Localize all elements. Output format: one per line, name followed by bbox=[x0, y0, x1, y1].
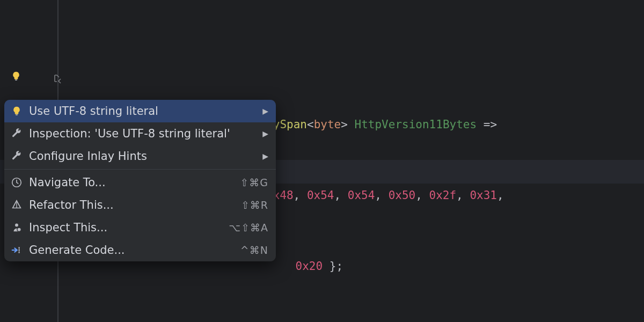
menu-item-inspection[interactable]: Inspection: 'Use UTF-8 string literal' ▶ bbox=[4, 122, 276, 145]
wrench-icon bbox=[11, 150, 23, 162]
keyword: byte bbox=[314, 118, 341, 131]
refactor-icon bbox=[11, 199, 23, 211]
menu-item-configure-inlay-hints[interactable]: Configure Inlay Hints ▶ bbox=[4, 145, 276, 167]
menu-item-use-utf8-literal[interactable]: Use UTF-8 string literal ▶ bbox=[4, 100, 276, 122]
menu-item-label: Navigate To... bbox=[29, 176, 233, 189]
menu-item-label: Configure Inlay Hints bbox=[29, 150, 253, 163]
generate-icon bbox=[11, 244, 23, 256]
menu-item-navigate-to[interactable]: Navigate To... ⇧⌘G bbox=[4, 171, 276, 194]
menu-separator bbox=[4, 169, 276, 170]
clock-icon bbox=[11, 177, 23, 188]
menu-item-label: Use UTF-8 string literal bbox=[29, 105, 253, 118]
submenu-arrow-icon: ▶ bbox=[262, 129, 268, 138]
menu-item-generate-code[interactable]: Generate Code... ^⌘N bbox=[4, 239, 276, 261]
lightbulb-icon[interactable] bbox=[11, 71, 25, 85]
submenu-arrow-icon: ▶ bbox=[262, 107, 268, 115]
code-line[interactable] bbox=[0, 302, 644, 322]
wrench-icon bbox=[11, 128, 23, 140]
lightbulb-icon bbox=[11, 105, 23, 117]
submenu-arrow-icon: ▶ bbox=[262, 152, 268, 160]
svg-point-6 bbox=[17, 228, 21, 231]
menu-item-shortcut: ⌥⇧⌘A bbox=[229, 222, 268, 233]
svg-rect-3 bbox=[16, 114, 18, 115]
intention-actions-popup: Use UTF-8 string literal ▶ Inspection: '… bbox=[4, 100, 276, 261]
menu-item-refactor-this[interactable]: Refactor This... ⇧⌘R bbox=[4, 194, 276, 216]
menu-item-inspect-this[interactable]: Inspect This... ⌥⇧⌘A bbox=[4, 216, 276, 239]
menu-item-shortcut: ^⌘N bbox=[240, 244, 268, 256]
inspect-icon bbox=[11, 222, 23, 233]
menu-item-label: Refactor This... bbox=[29, 199, 235, 211]
menu-item-label: Generate Code... bbox=[29, 244, 234, 257]
arrow: => bbox=[484, 118, 497, 131]
fold-marker-icon[interactable] bbox=[53, 74, 63, 86]
svg-point-5 bbox=[15, 223, 18, 226]
menu-item-label: Inspect This... bbox=[29, 221, 222, 234]
menu-item-shortcut: ⇧⌘R bbox=[241, 199, 268, 211]
svg-rect-2 bbox=[15, 79, 17, 80]
identifier: HttpVersion11Bytes bbox=[355, 118, 477, 131]
menu-item-label: Inspection: 'Use UTF-8 string literal' bbox=[29, 127, 253, 140]
menu-item-shortcut: ⇧⌘G bbox=[240, 177, 268, 188]
